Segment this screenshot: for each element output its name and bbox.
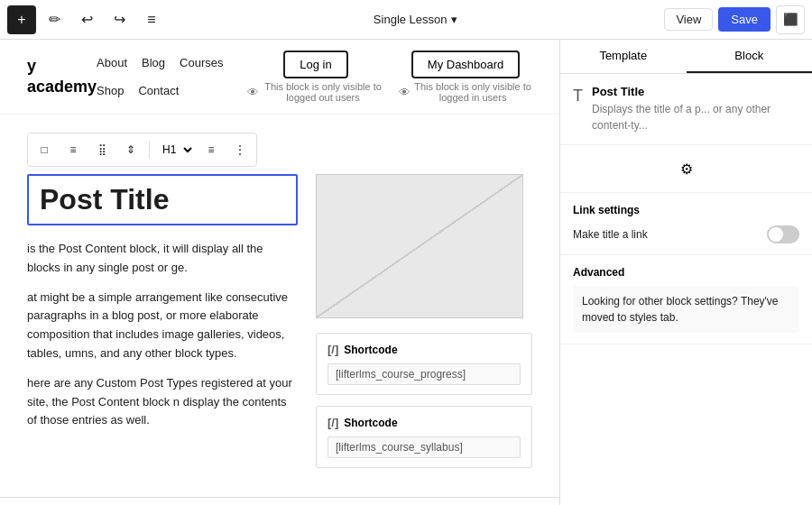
panel-tabs: Template Block bbox=[560, 40, 812, 74]
gear-button[interactable]: ⚙ bbox=[672, 154, 701, 183]
post-title-text: Post Title bbox=[40, 183, 169, 216]
shortcode-block-1: [/] Shortcode bbox=[316, 333, 532, 395]
document-title-button[interactable]: Single Lesson ▾ bbox=[364, 9, 466, 30]
make-link-toggle[interactable] bbox=[767, 225, 799, 243]
right-panel: Template Block T Post Title Displays the… bbox=[559, 40, 812, 505]
options-button[interactable]: ⬛ bbox=[776, 5, 805, 34]
shortcode-header-1: [/] Shortcode bbox=[328, 343, 521, 356]
shortcode-label-1: Shortcode bbox=[344, 344, 397, 356]
login-note: 👁 This block is only visible to logged o… bbox=[247, 81, 384, 103]
gear-section: ⚙ bbox=[560, 145, 812, 193]
advanced-section: Advanced Looking for other block setting… bbox=[560, 255, 812, 344]
image-placeholder bbox=[316, 174, 523, 318]
view-button[interactable]: View bbox=[664, 8, 713, 31]
undo-button[interactable]: ↩ bbox=[72, 5, 101, 34]
heading-level-select[interactable]: H1H2H3 bbox=[155, 141, 195, 159]
shortcode-block-2: [/] Shortcode bbox=[316, 406, 532, 468]
document-title-label: Single Lesson bbox=[374, 13, 448, 26]
eye-icon-2: 👁 bbox=[399, 86, 411, 99]
left-column: Post Title is the Post Content block, it… bbox=[27, 174, 298, 479]
block-drag-handle[interactable]: □ bbox=[32, 137, 57, 162]
top-toolbar: + ✏ ↩ ↪ ≡ Single Lesson ▾ View Save ⬛ bbox=[0, 0, 812, 40]
add-block-button[interactable]: + bbox=[7, 5, 36, 34]
block-align-left[interactable]: ≡ bbox=[60, 137, 86, 162]
nav-blog[interactable]: Blog bbox=[142, 56, 165, 69]
redo-button[interactable]: ↪ bbox=[105, 5, 134, 34]
nav-courses[interactable]: Courses bbox=[180, 56, 223, 69]
breadcrumb: › Group › Columns › Column › Post Title bbox=[0, 497, 559, 505]
tools-button[interactable]: ✏ bbox=[40, 5, 69, 34]
content-para-2: at might be a simple arrangement like co… bbox=[27, 289, 298, 363]
nav-contact[interactable]: Contact bbox=[138, 84, 179, 97]
canvas: y academy About Blog Courses Shop Contac… bbox=[0, 40, 559, 505]
content-area: □ ≡ ⣿ ⇕ H1H2H3 ≡ ⋮ Post Title bbox=[0, 115, 559, 497]
make-link-label: Make title a link bbox=[573, 228, 648, 241]
options-icon: ⬛ bbox=[783, 13, 798, 26]
content-para-3: here are any Custom Post Types registere… bbox=[27, 374, 298, 430]
block-text-align[interactable]: ≡ bbox=[198, 137, 224, 162]
login-block: Log in 👁 This block is only visible to l… bbox=[247, 50, 384, 103]
toolbar-right: View Save ⬛ bbox=[664, 5, 805, 34]
block-move-updown[interactable]: ⇕ bbox=[118, 137, 143, 162]
panel-post-title-label: Post Title bbox=[592, 85, 799, 98]
nav-about[interactable]: About bbox=[97, 56, 127, 69]
main-area: y academy About Blog Courses Shop Contac… bbox=[0, 40, 812, 505]
block-more-options[interactable]: ⋮ bbox=[227, 137, 253, 162]
nav-shop[interactable]: Shop bbox=[97, 84, 124, 97]
block-align-grid[interactable]: ⣿ bbox=[89, 137, 115, 162]
details-button[interactable]: ≡ bbox=[137, 5, 166, 34]
toolbar-center: Single Lesson ▾ bbox=[170, 9, 660, 30]
text-icon: T bbox=[573, 87, 583, 106]
gear-icon: ⚙ bbox=[680, 161, 693, 178]
main-columns: Post Title is the Post Content block, it… bbox=[27, 174, 532, 479]
shortcode-label-2: Shortcode bbox=[344, 417, 397, 429]
site-header: y academy About Blog Courses Shop Contac… bbox=[0, 40, 559, 115]
link-settings-title: Link settings bbox=[573, 204, 799, 216]
shortcode-input-2[interactable] bbox=[328, 436, 521, 458]
post-title-block[interactable]: Post Title bbox=[27, 174, 298, 225]
block-toolbar: □ ≡ ⣿ ⇕ H1H2H3 ≡ ⋮ bbox=[27, 133, 257, 167]
dashboard-note: 👁 This block is only visible to logged i… bbox=[399, 81, 532, 103]
tab-block[interactable]: Block bbox=[687, 40, 813, 73]
dashboard-button[interactable]: My Dashboard bbox=[411, 50, 521, 78]
dashboard-block: My Dashboard 👁 This block is only visibl… bbox=[399, 50, 532, 103]
advanced-title: Advanced bbox=[573, 266, 799, 279]
shortcode-icon-2: [/] bbox=[328, 416, 338, 429]
advanced-note: Looking for other block settings? They'v… bbox=[573, 286, 799, 333]
save-button[interactable]: Save bbox=[718, 7, 770, 32]
auth-buttons: Log in 👁 This block is only visible to l… bbox=[247, 50, 532, 103]
shortcode-header-2: [/] Shortcode bbox=[328, 416, 521, 429]
content-para-1: is the Post Content block, it will displ… bbox=[27, 240, 298, 278]
right-column: [/] Shortcode [/] Shortcode bbox=[316, 174, 532, 479]
login-button[interactable]: Log in bbox=[283, 50, 347, 78]
site-nav: About Blog Courses Shop Contact bbox=[97, 56, 247, 97]
shortcode-icon-1: [/] bbox=[328, 343, 338, 356]
make-link-row: Make title a link bbox=[573, 225, 799, 243]
link-settings-section: Link settings Make title a link bbox=[560, 193, 812, 255]
tab-template[interactable]: Template bbox=[560, 40, 687, 73]
chevron-down-icon: ▾ bbox=[451, 13, 457, 26]
shortcode-input-1[interactable] bbox=[328, 363, 521, 385]
panel-post-title-section: T Post Title Displays the title of a p..… bbox=[560, 74, 812, 145]
site-logo: y academy bbox=[27, 56, 97, 98]
toolbar-separator bbox=[149, 141, 150, 159]
eye-icon: 👁 bbox=[247, 86, 259, 99]
panel-post-title-desc: Displays the title of a p... or any othe… bbox=[592, 101, 799, 133]
post-title-info: Post Title Displays the title of a p... … bbox=[592, 85, 799, 133]
